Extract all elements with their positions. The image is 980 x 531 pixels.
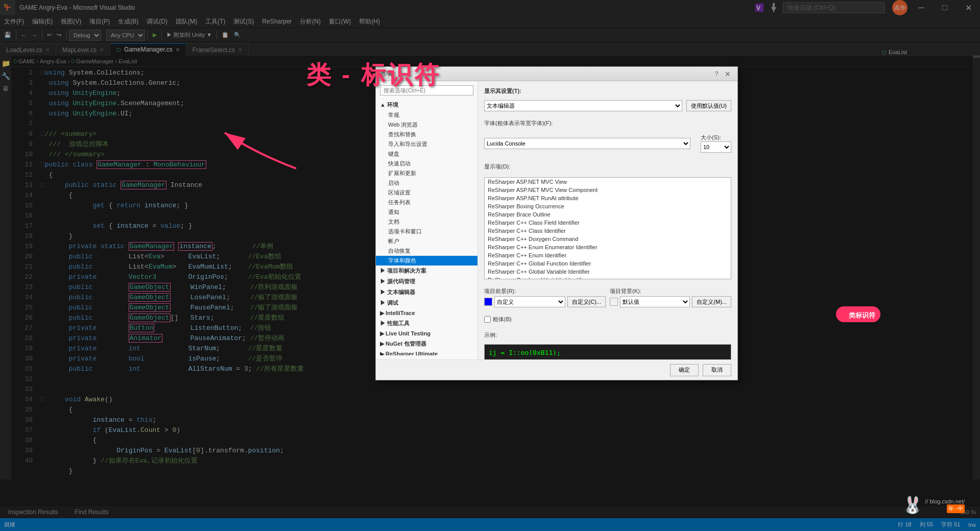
tree-extensions[interactable]: 扩展和更新	[376, 168, 477, 178]
list-item-5[interactable]: ReSharper C++ Class Field Identifier	[485, 219, 731, 227]
tree-tasklist[interactable]: 任务列表	[376, 198, 477, 207]
bold-label: 粗体(B)	[493, 316, 512, 323]
list-item-0[interactable]: ReSharper ASP.NET MVC View	[485, 178, 731, 186]
settings-title-label: 显示其设置(T):	[484, 87, 731, 95]
heart-icon: ♥	[841, 308, 847, 320]
bg-section: 项目背景(K): 默认值 自定义(M)...	[610, 287, 731, 307]
display-items-list[interactable]: ReSharper ASP.NET MVC View ReSharper ASP…	[484, 177, 731, 279]
dialog-right-panel: 显示其设置(T): 文本编辑器 使用默认值(U) 字体(粗体表示等宽字体)(F)…	[478, 81, 737, 359]
bg-color-swatch	[610, 298, 618, 306]
watermark-cn: 年·中	[947, 504, 965, 513]
font-family-row: Lucida Console 大小(S): 10	[484, 134, 731, 153]
tree-notify[interactable]: 通知	[376, 207, 477, 217]
tree-perf[interactable]: ▶ 性能工具	[376, 318, 477, 329]
watermark: 🐰 // blog.csdn.net/ 年·中	[902, 495, 965, 516]
tree-autorecover[interactable]: 自动恢复	[376, 246, 477, 256]
list-item-4[interactable]: ReSharper Brace Outline	[485, 210, 731, 219]
list-item-11[interactable]: ReSharper C++ Global Variable Identifier	[485, 268, 731, 276]
bg-controls: 默认值 自定义(M)...	[610, 296, 731, 307]
dialog-tree: ▲ 环境 常规 Web 浏览器 查找和替换 导入和导出设置 键盘 快速启动 扩展…	[376, 100, 477, 355]
sample-label: 示例:	[484, 331, 731, 339]
tree-account[interactable]: 帐户	[376, 236, 477, 246]
custom-bg-btn[interactable]: 自定义(M)...	[692, 296, 731, 307]
bold-row: 粗体(B)	[484, 316, 731, 323]
tree-fonts-colors[interactable]: 字体和颜色	[376, 256, 477, 266]
list-item-2[interactable]: ReSharper ASP.NET RunAt attribute	[485, 194, 731, 202]
tree-debug[interactable]: ▶ 调试	[376, 298, 477, 308]
dialog-help-button[interactable]: ?	[711, 68, 722, 80]
tree-tabs[interactable]: 选项卡和窗口	[376, 227, 477, 236]
dialog-body: ▲ 环境 常规 Web 浏览器 查找和替换 导入和导出设置 键盘 快速启动 扩展…	[376, 81, 737, 359]
list-item-7[interactable]: ReSharper C++ Doxygen Command	[485, 235, 731, 243]
custom-fg-btn[interactable]: 自定义(C)...	[567, 296, 606, 307]
fg-label: 项目前景(R):	[484, 287, 606, 295]
color-settings-row: 项目前景(R): 自定义 自定义(C)... 项目背景(K): 默认	[484, 287, 731, 307]
dialog-ok-button[interactable]: 确定	[670, 364, 699, 376]
list-item-6[interactable]: ReSharper C++ Class Identifier	[485, 227, 731, 235]
tree-intellitrace[interactable]: ▶ IntelliTrace	[376, 308, 477, 318]
list-item-3[interactable]: ReSharper Boxing Occurrence	[485, 202, 731, 210]
tree-locale[interactable]: 区域设置	[376, 188, 477, 198]
display-items-label: 显示项(D):	[484, 163, 731, 171]
font-size-select[interactable]: 10	[701, 141, 731, 153]
sample-preview: ij = I::oo(0xB11);	[484, 344, 731, 359]
watermark-url: // blog.csdn.net/	[925, 498, 965, 504]
tree-projects[interactable]: ▶ 项目和解决方案	[376, 266, 477, 276]
font-row: 文本编辑器 使用默认值(U)	[484, 100, 731, 111]
tree-docs[interactable]: 文档	[376, 217, 477, 227]
list-item-9[interactable]: ReSharper C++ Enum Identifier	[485, 251, 731, 259]
class-label-annotation: ♥ 类标识符	[836, 306, 881, 322]
list-item-10[interactable]: ReSharper C++ Global Function Identifier	[485, 259, 731, 268]
list-item-1[interactable]: ReSharper ASP.NET MVC View Component	[485, 186, 731, 194]
tree-web-browser[interactable]: Web 浏览器	[376, 120, 477, 130]
tree-liveunit[interactable]: ▶ Live Unit Testing	[376, 329, 477, 339]
bold-checkbox[interactable]	[484, 316, 491, 323]
tree-import-export[interactable]: 导入和导出设置	[376, 139, 477, 149]
font-family-label: 字体(粗体表示等宽字体)(F):	[484, 119, 731, 127]
annotation-title: 类 - 标识符	[306, 59, 441, 91]
bg-label: 项目背景(K):	[610, 287, 731, 295]
fg-color-swatch	[484, 298, 492, 306]
tree-env-group[interactable]: ▲ 环境	[376, 100, 477, 110]
rabbit-icon: 🐰	[902, 495, 923, 516]
dialog-footer: 确定 取消	[376, 359, 737, 380]
fg-controls: 自定义 自定义(C)...	[484, 296, 606, 307]
fg-section: 项目前景(R): 自定义 自定义(C)...	[484, 287, 606, 307]
tree-resharper[interactable]: ▶ ReSharper Ultimate	[376, 349, 477, 355]
list-item-8[interactable]: ReSharper C++ Enum Enumerator Identifier	[485, 243, 731, 251]
options-dialog: 选项 ? ✕ ▲ 环境 常规 Web 浏览器 查找和替换 导入和导出设置 键盘 …	[375, 66, 738, 380]
tree-source-control[interactable]: ▶ 源代码管理	[376, 276, 477, 287]
tree-startup[interactable]: 启动	[376, 178, 477, 188]
use-default-btn[interactable]: 使用默认值(U)	[686, 100, 731, 111]
list-item-12[interactable]: ReSharper C++ Local Variable Identifier	[485, 276, 731, 279]
font-size-label: 大小(S):	[701, 134, 721, 141]
font-family-select[interactable]: Lucida Console	[484, 138, 690, 149]
tree-quick-launch[interactable]: 快速启动	[376, 159, 477, 168]
dialog-cancel-button[interactable]: 取消	[703, 364, 731, 376]
dialog-left-panel: ▲ 环境 常规 Web 浏览器 查找和替换 导入和导出设置 键盘 快速启动 扩展…	[376, 81, 478, 359]
tree-keyboard[interactable]: 键盘	[376, 149, 477, 159]
font-select[interactable]: 文本编辑器	[484, 100, 682, 111]
tree-text-editor[interactable]: ▶ 文本编辑器	[376, 287, 477, 298]
fg-color-select[interactable]: 自定义	[494, 296, 565, 307]
tree-find-replace[interactable]: 查找和替换	[376, 130, 477, 139]
tree-nuget[interactable]: ▶ NuGet 包管理器	[376, 339, 477, 349]
bg-color-select[interactable]: 默认值	[620, 296, 690, 307]
tree-general[interactable]: 常规	[376, 110, 477, 120]
dialog-close-button[interactable]: ✕	[722, 68, 733, 80]
